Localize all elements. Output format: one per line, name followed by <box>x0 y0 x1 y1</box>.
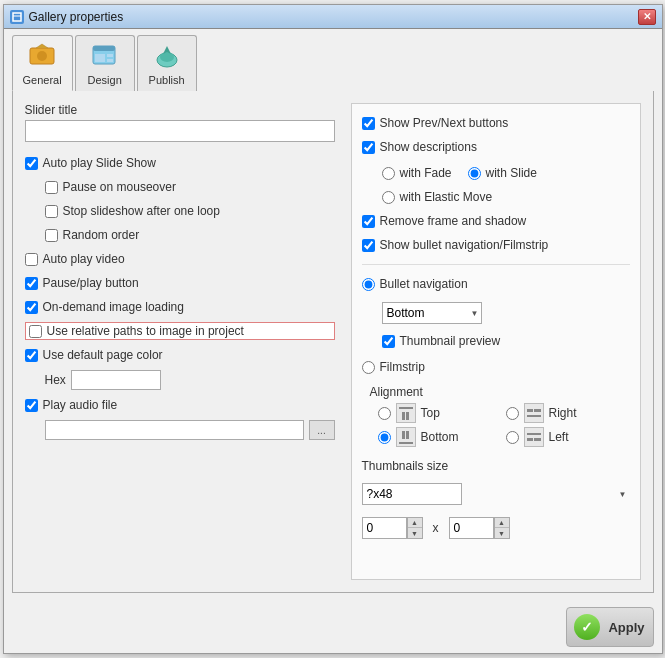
alignment-grid: Top Right <box>370 403 630 447</box>
play-audio-checkbox[interactable] <box>25 399 38 412</box>
default-page-color-row: Use default page color <box>25 346 335 364</box>
thumb-height-spinner: ▲ ▼ <box>449 517 510 539</box>
filmstrip-label[interactable]: Filmstrip <box>380 360 425 374</box>
hex-input[interactable] <box>71 370 161 390</box>
align-right-label[interactable]: Right <box>549 406 577 420</box>
tab-general[interactable]: General <box>12 35 73 91</box>
title-bar: Gallery properties ✕ <box>4 5 662 29</box>
stop-slideshow-label[interactable]: Stop slideshow after one loop <box>63 204 220 218</box>
align-top-radio[interactable] <box>378 407 391 420</box>
apply-button[interactable]: ✓ Apply <box>566 607 654 647</box>
thumb-height-up-button[interactable]: ▲ <box>495 518 509 528</box>
with-slide-label[interactable]: with Slide <box>486 166 537 180</box>
align-left-label[interactable]: Left <box>549 430 569 444</box>
show-bullet-label[interactable]: Show bullet navigation/Filmstrip <box>380 238 549 252</box>
auto-play-video-label[interactable]: Auto play video <box>43 252 125 266</box>
bottom-bar: ✓ Apply <box>4 601 662 653</box>
pause-play-label[interactable]: Pause/play button <box>43 276 139 290</box>
audio-browse-row: ... <box>25 420 335 440</box>
svg-point-3 <box>37 51 47 61</box>
relative-paths-row: Use relative paths to image in project <box>25 322 335 340</box>
slider-title-input[interactable] <box>25 120 335 142</box>
apply-check-icon: ✓ <box>574 614 600 640</box>
play-audio-label[interactable]: Play audio file <box>43 398 118 412</box>
close-button[interactable]: ✕ <box>638 9 656 25</box>
tab-design[interactable]: Design <box>75 35 135 91</box>
tab-publish-label: Publish <box>149 74 185 86</box>
gallery-properties-window: Gallery properties ✕ General <box>3 4 663 654</box>
remove-frame-checkbox[interactable] <box>362 215 375 228</box>
thumb-height-spinner-buttons: ▲ ▼ <box>494 517 510 539</box>
thumb-width-up-button[interactable]: ▲ <box>408 518 422 528</box>
with-elastic-radio[interactable] <box>382 191 395 204</box>
stop-slideshow-checkbox[interactable] <box>45 205 58 218</box>
show-descriptions-checkbox[interactable] <box>362 141 375 154</box>
align-left-item: Left <box>506 427 630 447</box>
random-order-checkbox[interactable] <box>45 229 58 242</box>
with-elastic-label[interactable]: with Elastic Move <box>400 190 493 204</box>
remove-frame-label[interactable]: Remove frame and shadow <box>380 214 527 228</box>
align-right-icon <box>524 403 544 423</box>
align-bottom-radio[interactable] <box>378 431 391 444</box>
stop-slideshow-row: Stop slideshow after one loop <box>25 202 335 220</box>
pause-play-checkbox[interactable] <box>25 277 38 290</box>
auto-play-label[interactable]: Auto play Slide Show <box>43 156 156 170</box>
thumbnail-preview-label[interactable]: Thumbnail preview <box>400 334 501 348</box>
align-top-label[interactable]: Top <box>421 406 440 420</box>
align-right-radio[interactable] <box>506 407 519 420</box>
alignment-label: Alignment <box>370 385 630 399</box>
pause-mouseover-checkbox[interactable] <box>45 181 58 194</box>
tab-publish[interactable]: Publish <box>137 35 197 91</box>
align-bottom-label[interactable]: Bottom <box>421 430 459 444</box>
publish-tab-icon <box>151 40 183 72</box>
apply-label: Apply <box>608 620 644 635</box>
filmstrip-radio[interactable] <box>362 361 375 374</box>
hex-row: Hex <box>25 370 335 390</box>
on-demand-label[interactable]: On-demand image loading <box>43 300 184 314</box>
relative-paths-checkbox[interactable] <box>29 325 42 338</box>
svg-rect-0 <box>13 13 21 21</box>
bullet-position-wrap: Bottom Top Left Right ▼ <box>362 302 630 324</box>
bullet-position-select[interactable]: Bottom Top Left Right <box>382 302 482 324</box>
dimensions-x-separator: x <box>429 521 443 535</box>
on-demand-checkbox[interactable] <box>25 301 38 314</box>
thumb-width-down-button[interactable]: ▼ <box>408 528 422 538</box>
filmstrip-row: Filmstrip <box>362 358 630 376</box>
bullet-nav-radio[interactable] <box>362 278 375 291</box>
show-prev-next-label[interactable]: Show Prev/Next buttons <box>380 116 509 130</box>
align-right-item: Right <box>506 403 630 423</box>
show-descriptions-label[interactable]: Show descriptions <box>380 140 477 154</box>
bullet-nav-label[interactable]: Bullet navigation <box>380 277 468 291</box>
auto-play-row: Auto play Slide Show <box>25 154 335 172</box>
with-fade-label[interactable]: with Fade <box>400 166 452 180</box>
default-page-color-checkbox[interactable] <box>25 349 38 362</box>
thumb-width-input[interactable] <box>362 517 407 539</box>
relative-paths-label[interactable]: Use relative paths to image in project <box>47 324 244 338</box>
svg-rect-5 <box>93 46 115 51</box>
pause-mouseover-label[interactable]: Pause on mouseover <box>63 180 176 194</box>
random-order-label[interactable]: Random order <box>63 228 140 242</box>
thumbnails-size-select[interactable]: ?x48 48x48 64x64 96x96 <box>362 483 462 505</box>
align-left-icon <box>524 427 544 447</box>
show-prev-next-checkbox[interactable] <box>362 117 375 130</box>
align-left-radio[interactable] <box>506 431 519 444</box>
slider-title-label: Slider title <box>25 103 335 117</box>
default-page-color-label[interactable]: Use default page color <box>43 348 163 362</box>
auto-play-video-checkbox[interactable] <box>25 253 38 266</box>
bullet-nav-row: Bullet navigation <box>362 275 630 293</box>
browse-button[interactable]: ... <box>309 420 335 440</box>
with-slide-radio[interactable] <box>468 167 481 180</box>
thumb-height-down-button[interactable]: ▼ <box>495 528 509 538</box>
play-audio-row: Play audio file <box>25 396 335 414</box>
thumb-height-input[interactable] <box>449 517 494 539</box>
with-fade-radio[interactable] <box>382 167 395 180</box>
design-tab-icon <box>89 40 121 72</box>
thumbnail-preview-checkbox[interactable] <box>382 335 395 348</box>
description-style-row: with Fade with Slide <box>362 162 630 182</box>
show-bullet-checkbox[interactable] <box>362 239 375 252</box>
audio-file-input[interactable] <box>45 420 304 440</box>
thumbnail-dimensions-row: ▲ ▼ x ▲ ▼ <box>362 517 630 539</box>
window-title: Gallery properties <box>29 10 638 24</box>
auto-play-checkbox[interactable] <box>25 157 38 170</box>
on-demand-row: On-demand image loading <box>25 298 335 316</box>
